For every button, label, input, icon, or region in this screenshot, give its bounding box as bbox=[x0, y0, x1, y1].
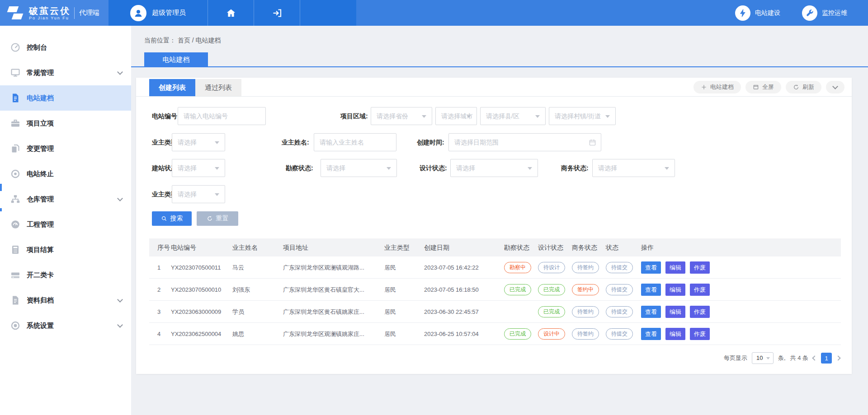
prev-page-button[interactable] bbox=[812, 355, 817, 360]
edit-button[interactable]: 编辑 bbox=[665, 328, 685, 340]
toolbar-button[interactable]: 全屏 bbox=[745, 81, 781, 93]
table-header-cell: 电站编号 bbox=[171, 238, 196, 256]
sidebar-item[interactable]: 仓库管理 bbox=[0, 187, 131, 212]
list-tab[interactable]: 通过列表 bbox=[195, 79, 241, 96]
sidebar-scroll-mark bbox=[0, 184, 2, 191]
table-cell: 居民 bbox=[384, 323, 396, 345]
edit-button[interactable]: 编辑 bbox=[665, 261, 685, 274]
table-cell: 2023-06-25 10:57:04 bbox=[424, 323, 479, 345]
business-status-badge: 待签约 bbox=[572, 306, 599, 317]
sidebar-item[interactable]: 项目立项 bbox=[0, 111, 131, 136]
sidebar-item[interactable]: 项目结算 bbox=[0, 237, 131, 262]
card-icon bbox=[10, 270, 21, 280]
logout-icon bbox=[272, 8, 283, 19]
list-tab[interactable]: 创建列表 bbox=[149, 79, 195, 96]
table-cell: YX2023062500004 bbox=[171, 323, 221, 345]
filter-input[interactable]: 请输入业主姓名 bbox=[314, 133, 396, 151]
status-status-badge: 待提交 bbox=[606, 306, 633, 317]
sidebar-item-label: 电站建档 bbox=[27, 94, 54, 103]
void-button[interactable]: 作废 bbox=[690, 328, 710, 340]
filter-select[interactable]: 请选择省份 bbox=[371, 107, 432, 125]
chevron-down-icon bbox=[117, 322, 123, 328]
view-button[interactable]: 查看 bbox=[641, 328, 661, 340]
edit-button[interactable]: 编辑 bbox=[665, 306, 685, 318]
sidebar-item[interactable]: 变更管理 bbox=[0, 136, 131, 161]
sidebar-item[interactable]: 常规管理 bbox=[0, 60, 131, 85]
logout-button[interactable] bbox=[254, 0, 300, 26]
table-row: 1YX2023070500011马云广东深圳龙华区观澜镇观湖路...居民2023… bbox=[149, 256, 841, 279]
sidebar-scroll-mark bbox=[0, 208, 2, 211]
table-row: 4YX2023062500004姚思广东深圳龙华区观澜镇姚家庄...居民2023… bbox=[149, 323, 841, 345]
table-cell: 广东深圳龙华区黄石镇皇官大... bbox=[283, 279, 364, 301]
toolbar-button[interactable] bbox=[826, 81, 844, 93]
void-button[interactable]: 作废 bbox=[690, 261, 710, 274]
per-page-select[interactable]: 10 bbox=[752, 352, 774, 364]
void-button[interactable]: 作废 bbox=[690, 284, 710, 296]
filter-input[interactable]: 请输入电站编号 bbox=[178, 107, 266, 125]
filter-select[interactable]: 请选择城市 bbox=[435, 107, 477, 125]
sidebar-item[interactable]: 系统设置 bbox=[0, 313, 131, 338]
table-cell: 广东深圳龙华区观澜镇观湖路... bbox=[283, 256, 364, 279]
sidebar-item[interactable]: 控制台 bbox=[0, 35, 131, 60]
sidebar-item[interactable]: 资料归档 bbox=[0, 288, 131, 313]
filter-select[interactable]: 请选择 bbox=[450, 159, 538, 177]
sidebar-item[interactable]: 电站建档 bbox=[0, 85, 131, 111]
next-page-button[interactable] bbox=[835, 355, 840, 360]
quick-link[interactable]: 监控运维 bbox=[802, 5, 847, 21]
page-tab[interactable]: 电站建档 bbox=[144, 52, 208, 67]
sidebar-item-label: 常规管理 bbox=[27, 69, 54, 77]
filter-select[interactable]: 请选择 bbox=[321, 159, 397, 177]
view-button[interactable]: 查看 bbox=[641, 261, 661, 274]
toolbar-button[interactable]: 电站建档 bbox=[693, 81, 741, 93]
placeholder-text: 请选择省份 bbox=[377, 112, 408, 120]
design-status-badge: 设计中 bbox=[538, 328, 565, 340]
date-range-input[interactable]: 请选择日期范围 bbox=[448, 133, 601, 151]
list-panel: 创建列表通过列表 电站建档全屏刷新 电站编号:请输入电站编号项目区域:请选择省份… bbox=[136, 78, 852, 374]
main-content: 当前位置： 首页 / 电站建档 电站建档 创建列表通过列表 电站建档全屏刷新 电… bbox=[131, 26, 868, 415]
list-tabs: 创建列表通过列表 bbox=[149, 79, 241, 96]
pagination: 每页显示 10 条, 共 4 条 1 bbox=[724, 352, 840, 364]
tabbar-border bbox=[136, 96, 852, 97]
sidebar-item[interactable]: 工程管理 bbox=[0, 212, 131, 237]
filter-select[interactable]: 请选择县/区 bbox=[480, 107, 546, 125]
reset-button[interactable]: 重置 bbox=[197, 211, 238, 226]
home-button[interactable] bbox=[208, 0, 254, 26]
quick-link-label: 电站建设 bbox=[755, 9, 780, 17]
reset-button-label: 重置 bbox=[216, 214, 229, 223]
edit-button[interactable]: 编辑 bbox=[665, 284, 685, 296]
table-cell: 3 bbox=[157, 301, 160, 323]
view-button[interactable]: 查看 bbox=[641, 306, 661, 318]
view-button[interactable]: 查看 bbox=[641, 284, 661, 296]
sidebar-item[interactable]: 电站终止 bbox=[0, 161, 131, 187]
filter-select[interactable]: 请选择 bbox=[592, 159, 675, 177]
table-cell: 学员 bbox=[232, 301, 244, 323]
design-status-badge: 已完成 bbox=[538, 306, 565, 317]
bolt-icon bbox=[735, 5, 750, 21]
placeholder-text: 请输入电站编号 bbox=[184, 112, 228, 120]
filter-select[interactable]: 请选择 bbox=[172, 185, 225, 203]
filter-select[interactable]: 请选择 bbox=[172, 159, 225, 177]
page-number[interactable]: 1 bbox=[821, 353, 832, 364]
table-cell: 2023-06-30 22:45:57 bbox=[424, 301, 479, 323]
settings-icon bbox=[10, 320, 21, 331]
toolbar-button[interactable]: 刷新 bbox=[786, 81, 821, 93]
breadcrumb-path[interactable]: 首页 / 电站建档 bbox=[178, 37, 221, 44]
user-menu[interactable]: 超级管理员 bbox=[108, 0, 208, 26]
filter-select[interactable]: 请选择村镇/街道 bbox=[549, 107, 616, 125]
filter-select[interactable]: 请选择 bbox=[172, 133, 225, 151]
quick-link[interactable]: 电站建设 bbox=[735, 5, 780, 21]
survey-status-badge: 勘察中 bbox=[504, 262, 531, 273]
table-header-cell: 业主姓名 bbox=[232, 238, 258, 256]
sidebar-item-label: 电站终止 bbox=[27, 170, 54, 178]
chevron-down-icon bbox=[215, 141, 219, 146]
chevron-down-icon bbox=[665, 167, 669, 172]
table-header-cell: 项目地址 bbox=[283, 238, 308, 256]
void-button[interactable]: 作废 bbox=[690, 306, 710, 318]
sidebar-item-label: 项目立项 bbox=[27, 119, 54, 128]
brand-logo[interactable]: 破茧云伏 Po Jian Yun Fu 代理端 bbox=[0, 0, 108, 26]
sidebar-item[interactable]: 开二类卡 bbox=[0, 262, 131, 288]
status-status-badge: 待提交 bbox=[606, 328, 633, 340]
search-button[interactable]: 搜索 bbox=[152, 211, 192, 226]
table-cell: 居民 bbox=[384, 301, 396, 323]
survey-status-badge: 已完成 bbox=[504, 328, 531, 340]
